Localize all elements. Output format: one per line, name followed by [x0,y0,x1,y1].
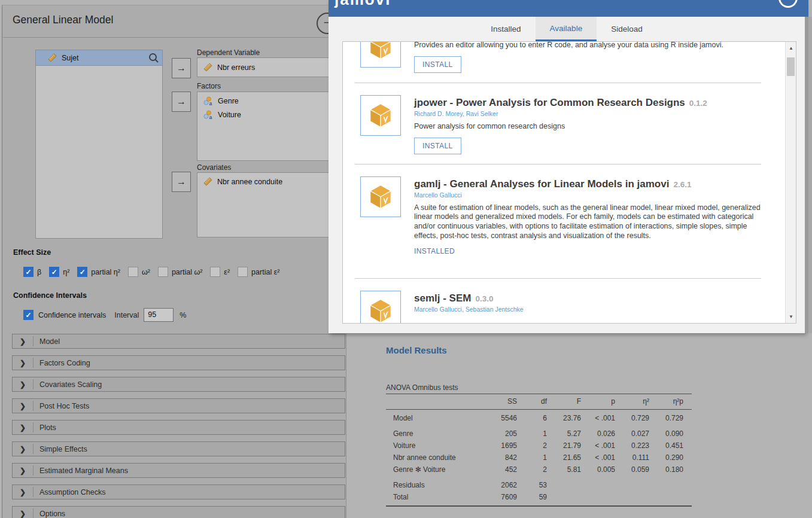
checkbox[interactable] [238,267,248,277]
chevron-right-icon: ❯ [13,380,33,389]
confidence-intervals-checkbox[interactable]: ✓ [23,310,34,320]
module-info: semlj - SEM0.3.0 Marcello Gallucci, Seba… [414,287,761,314]
nominal-variable-icon: a [203,110,213,120]
module-version: 2.6.1 [673,180,691,189]
scroll-up-icon[interactable]: ▲ [786,45,796,51]
dependent-variable-item[interactable]: Nbr erreurs [197,60,344,74]
module-info: jpower - Power Analysis for Common Resea… [414,92,761,154]
move-to-covariates-button[interactable]: → [172,172,191,192]
anova-header-row: SS df F p η² η²p [386,394,692,410]
factors-box[interactable]: a Genre a Voiture [197,92,345,161]
confidence-intervals-heading: Confidence Intervals [13,291,87,300]
anova-col-f: F [551,397,585,406]
section-divider [33,508,34,518]
checkbox[interactable] [210,267,220,277]
module-list-scrollbar[interactable]: ▲ ▼ [785,42,796,323]
effect-size-option: ω² [128,267,150,277]
anova-table-title: ANOVA Omnibus tests [386,383,458,392]
background-scrollbar-track [808,17,812,333]
module-title: jpower - Power Analysis for Common Resea… [414,96,761,109]
interval-input[interactable]: 95 [144,308,174,322]
search-icon[interactable] [148,52,160,64]
dependent-variable-label: Dependent Variable [197,48,260,57]
scrollbar-thumb[interactable] [787,57,795,76]
close-icon[interactable] [778,0,798,8]
modal-tab[interactable]: Installed [476,17,535,41]
effect-size-option: partial ω² [158,267,202,277]
checkbox[interactable]: ✓ [77,267,87,277]
modal-tab[interactable]: Available [536,17,597,41]
supplier-item-selected[interactable]: Sujet [36,50,162,66]
check-icon: ✓ [51,269,57,276]
factor-item[interactable]: a Genre [197,94,344,108]
continuous-variable-icon [48,53,57,62]
effect-size-options: ✓ β ✓ η² ✓ partial η² ω² [23,267,279,277]
module-info: gamlj - General Analyses for Linear Mode… [414,173,761,255]
anova-row: Residuals 2062 53 [386,479,692,491]
title-divider [3,37,346,38]
anova-col-eta2: η² [619,397,653,406]
chevron-right-icon: ❯ [13,467,33,475]
module-icon [360,41,401,68]
collapsed-section-bar[interactable]: ❯ Estimated Marginal Means [12,463,345,478]
module-authors[interactable]: Marcello Gallucci [414,191,761,200]
covariates-box[interactable]: Nbr annee conduite [197,172,345,237]
glm-options-panel: General Linear Model − Sujet → → → Depen… [2,5,346,518]
section-divider [33,465,34,476]
module-list-content: Jonathon Love Provides an editor allowin… [343,42,785,324]
interval-label: Interval [114,311,139,319]
supplier-item-label: Sujet [62,54,79,62]
arrow-right-icon: → [177,176,186,187]
anova-col-p: p [585,397,619,406]
dependent-variable-box[interactable]: Nbr erreurs [197,57,345,77]
module-icon [360,176,401,217]
effect-size-option: ✓ η² [49,267,69,277]
scroll-down-icon[interactable]: ▼ [786,314,796,319]
chevron-right-icon: ❯ [13,488,33,496]
collapsed-section-bar[interactable]: ❯ Post Hoc Tests [12,398,345,413]
anova-col-eta2p: η²p [653,397,687,406]
collapsed-section-bar[interactable]: ❯ Model [12,334,345,349]
collapsed-section-bar[interactable]: ❯ Options [12,506,345,518]
factor-item[interactable]: a Voiture [197,108,344,121]
variable-supplier-box[interactable]: Sujet [35,50,163,239]
checkbox[interactable]: ✓ [23,267,34,277]
module-entry: gamlj - General Analyses for Linear Mode… [343,164,785,278]
module-authors[interactable]: Richard D. Morey, Ravi Selker [414,109,761,118]
section-divider [33,358,34,368]
check-icon: ✓ [25,269,31,276]
install-button[interactable]: INSTALL [414,138,461,154]
checkbox[interactable]: ✓ [49,267,59,277]
effect-size-option: ✓ β [23,267,41,277]
checkbox[interactable] [128,267,138,277]
collapsed-section-bar[interactable]: ❯ Covariates Scaling [12,377,345,392]
module-version: 0.1.2 [689,99,707,108]
covariates-label: Covariates [197,163,231,172]
effect-size-option: partial ε² [238,267,279,277]
effect-size-option: ε² [210,267,230,277]
module-description: Power analysis for common research desig… [414,122,761,132]
collapsed-section-bar[interactable]: ❯ Assumption Checks [12,485,345,499]
check-icon: ✓ [25,312,31,319]
module-authors[interactable]: Marcello Gallucci, Sebastian Jentschke [414,305,761,314]
move-to-dependent-button[interactable]: → [172,58,191,78]
install-button[interactable]: INSTALL [414,56,461,73]
arrow-right-icon: → [177,63,186,73]
move-to-factors-button[interactable]: → [172,92,191,112]
chevron-right-icon: ❯ [13,423,33,432]
collapsed-section-bar[interactable]: ❯ Plots [12,420,345,435]
effect-size-option: ✓ partial η² [77,267,120,277]
module-list: Jonathon Love Provides an editor allowin… [342,41,796,324]
chevron-right-icon: ❯ [13,402,33,410]
collapsed-section-bar[interactable]: ❯ Factors Coding [12,355,345,370]
module-icon [360,291,401,324]
collapsed-section-bar[interactable]: ❯ Simple Effects [12,441,345,456]
module-icon [360,95,401,136]
checkbox[interactable] [158,267,168,277]
covariate-item[interactable]: Nbr annee conduite [197,175,344,188]
percent-label: % [180,311,186,319]
anova-row: Voiture 1695 2 21.79 < .001 0.223 0.451 [386,440,692,452]
modal-tab[interactable]: Sideload [597,17,657,41]
svg-text:a: a [209,100,212,106]
section-divider [33,401,34,411]
